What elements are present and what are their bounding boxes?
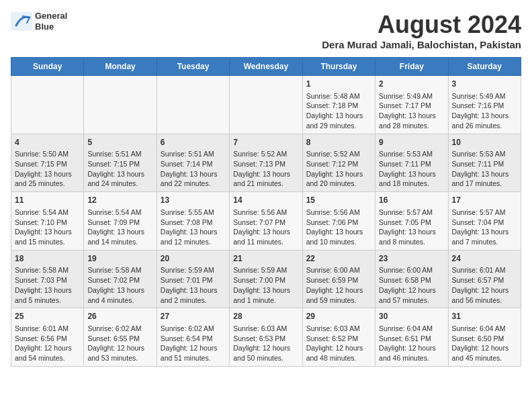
calendar-cell: 8Sunrise: 5:52 AMSunset: 7:12 PMDaylight… <box>302 134 375 192</box>
header-cell-thursday: Thursday <box>302 58 375 76</box>
day-number: 31 <box>452 311 517 322</box>
cell-content: Sunrise: 5:52 AMSunset: 7:13 PMDaylight:… <box>233 149 298 189</box>
calendar-cell: 9Sunrise: 5:53 AMSunset: 7:11 PMDaylight… <box>375 134 448 192</box>
week-row-4: 18Sunrise: 5:58 AMSunset: 7:03 PMDayligh… <box>11 250 521 308</box>
cell-content: Sunrise: 6:04 AMSunset: 6:50 PMDaylight:… <box>452 324 517 363</box>
week-row-1: 1Sunrise: 5:48 AMSunset: 7:18 PMDaylight… <box>11 76 521 134</box>
cell-content: Sunrise: 5:57 AMSunset: 7:04 PMDaylight:… <box>452 208 517 247</box>
cell-content: Sunrise: 5:57 AMSunset: 7:05 PMDaylight:… <box>379 208 444 247</box>
day-number: 26 <box>87 311 152 322</box>
day-number: 28 <box>233 311 298 322</box>
main-title: August 2024 <box>322 11 521 39</box>
cell-content: Sunrise: 5:48 AMSunset: 7:18 PMDaylight:… <box>306 91 371 131</box>
cell-content: Sunrise: 5:51 AMSunset: 7:15 PMDaylight:… <box>87 149 152 189</box>
title-block: August 2024 Dera Murad Jamali, Balochist… <box>322 11 521 50</box>
calendar-cell <box>157 76 229 134</box>
day-number: 3 <box>452 79 517 90</box>
day-number: 10 <box>452 137 517 148</box>
calendar-cell <box>11 76 84 134</box>
week-row-2: 4Sunrise: 5:50 AMSunset: 7:15 PMDaylight… <box>11 134 521 192</box>
day-number: 17 <box>452 195 517 206</box>
header-cell-friday: Friday <box>375 58 448 76</box>
logo: General Blue <box>11 11 67 32</box>
cell-content: Sunrise: 5:55 AMSunset: 7:08 PMDaylight:… <box>161 208 226 247</box>
day-number: 9 <box>379 137 444 148</box>
header-cell-sunday: Sunday <box>11 58 84 76</box>
calendar-cell: 1Sunrise: 5:48 AMSunset: 7:18 PMDaylight… <box>302 76 375 134</box>
cell-content: Sunrise: 5:54 AMSunset: 7:10 PMDaylight:… <box>15 208 80 247</box>
calendar-cell: 19Sunrise: 5:58 AMSunset: 7:02 PMDayligh… <box>84 250 157 308</box>
cell-content: Sunrise: 6:01 AMSunset: 6:57 PMDaylight:… <box>452 265 517 305</box>
calendar-cell: 20Sunrise: 5:59 AMSunset: 7:01 PMDayligh… <box>157 250 229 308</box>
calendar-cell: 23Sunrise: 6:00 AMSunset: 6:58 PMDayligh… <box>375 250 448 308</box>
calendar-cell: 6Sunrise: 5:51 AMSunset: 7:14 PMDaylight… <box>157 134 229 192</box>
calendar-cell: 4Sunrise: 5:50 AMSunset: 7:15 PMDaylight… <box>11 134 84 192</box>
calendar-cell: 16Sunrise: 5:57 AMSunset: 7:05 PMDayligh… <box>375 192 448 250</box>
calendar-cell: 18Sunrise: 5:58 AMSunset: 7:03 PMDayligh… <box>11 250 84 308</box>
cell-content: Sunrise: 5:50 AMSunset: 7:15 PMDaylight:… <box>15 149 80 189</box>
calendar-cell: 26Sunrise: 6:02 AMSunset: 6:55 PMDayligh… <box>84 308 157 367</box>
cell-content: Sunrise: 5:54 AMSunset: 7:09 PMDaylight:… <box>87 208 152 247</box>
day-number: 6 <box>161 137 226 148</box>
subtitle: Dera Murad Jamali, Balochistan, Pakistan <box>322 39 521 50</box>
calendar-table: SundayMondayTuesdayWednesdayThursdayFrid… <box>11 57 521 367</box>
cell-content: Sunrise: 5:49 AMSunset: 7:17 PMDaylight:… <box>379 91 444 131</box>
day-number: 22 <box>306 253 371 265</box>
calendar-cell: 25Sunrise: 6:01 AMSunset: 6:56 PMDayligh… <box>11 308 84 367</box>
day-number: 29 <box>306 311 371 322</box>
calendar-cell: 30Sunrise: 6:04 AMSunset: 6:51 PMDayligh… <box>375 308 448 367</box>
logo-line1: General <box>35 11 67 21</box>
cell-content: Sunrise: 5:59 AMSunset: 7:00 PMDaylight:… <box>233 265 298 305</box>
day-number: 24 <box>452 253 517 265</box>
calendar-cell: 24Sunrise: 6:01 AMSunset: 6:57 PMDayligh… <box>448 250 521 308</box>
cell-content: Sunrise: 6:03 AMSunset: 6:53 PMDaylight:… <box>233 324 298 363</box>
calendar-header: SundayMondayTuesdayWednesdayThursdayFrid… <box>11 58 521 76</box>
calendar-cell: 13Sunrise: 5:55 AMSunset: 7:08 PMDayligh… <box>157 192 229 250</box>
cell-content: Sunrise: 5:58 AMSunset: 7:02 PMDaylight:… <box>87 265 152 305</box>
day-number: 7 <box>233 137 298 148</box>
day-number: 11 <box>15 195 80 206</box>
header-row: SundayMondayTuesdayWednesdayThursdayFrid… <box>11 58 521 76</box>
day-number: 21 <box>233 253 298 265</box>
calendar-cell <box>84 76 157 134</box>
cell-content: Sunrise: 6:04 AMSunset: 6:51 PMDaylight:… <box>379 324 444 363</box>
day-number: 14 <box>233 195 298 206</box>
cell-content: Sunrise: 5:56 AMSunset: 7:07 PMDaylight:… <box>233 208 298 247</box>
cell-content: Sunrise: 6:01 AMSunset: 6:56 PMDaylight:… <box>15 324 80 363</box>
calendar-cell <box>230 76 302 134</box>
cell-content: Sunrise: 5:58 AMSunset: 7:03 PMDaylight:… <box>15 265 80 305</box>
header-cell-wednesday: Wednesday <box>230 58 302 76</box>
cell-content: Sunrise: 5:59 AMSunset: 7:01 PMDaylight:… <box>161 265 226 305</box>
header-cell-tuesday: Tuesday <box>157 58 229 76</box>
cell-content: Sunrise: 5:56 AMSunset: 7:06 PMDaylight:… <box>306 208 371 247</box>
day-number: 23 <box>379 253 444 265</box>
calendar-cell: 7Sunrise: 5:52 AMSunset: 7:13 PMDaylight… <box>230 134 302 192</box>
calendar-cell: 31Sunrise: 6:04 AMSunset: 6:50 PMDayligh… <box>448 308 521 367</box>
calendar-cell: 29Sunrise: 6:03 AMSunset: 6:52 PMDayligh… <box>302 308 375 367</box>
cell-content: Sunrise: 6:00 AMSunset: 6:58 PMDaylight:… <box>379 265 444 305</box>
calendar-cell: 17Sunrise: 5:57 AMSunset: 7:04 PMDayligh… <box>448 192 521 250</box>
cell-content: Sunrise: 5:51 AMSunset: 7:14 PMDaylight:… <box>161 149 226 189</box>
cell-content: Sunrise: 6:00 AMSunset: 6:59 PMDaylight:… <box>306 265 371 305</box>
cell-content: Sunrise: 5:53 AMSunset: 7:11 PMDaylight:… <box>379 149 444 189</box>
cell-content: Sunrise: 6:02 AMSunset: 6:54 PMDaylight:… <box>161 324 226 363</box>
logo-line2: Blue <box>35 21 67 32</box>
day-number: 18 <box>15 253 80 265</box>
day-number: 5 <box>87 137 152 148</box>
day-number: 15 <box>306 195 371 206</box>
day-number: 20 <box>161 253 226 265</box>
logo-icon <box>11 12 32 31</box>
calendar-cell: 10Sunrise: 5:53 AMSunset: 7:11 PMDayligh… <box>448 134 521 192</box>
calendar-cell: 22Sunrise: 6:00 AMSunset: 6:59 PMDayligh… <box>302 250 375 308</box>
calendar-cell: 2Sunrise: 5:49 AMSunset: 7:17 PMDaylight… <box>375 76 448 134</box>
calendar-cell: 14Sunrise: 5:56 AMSunset: 7:07 PMDayligh… <box>230 192 302 250</box>
cell-content: Sunrise: 6:02 AMSunset: 6:55 PMDaylight:… <box>87 324 152 363</box>
week-row-5: 25Sunrise: 6:01 AMSunset: 6:56 PMDayligh… <box>11 308 521 367</box>
calendar-cell: 12Sunrise: 5:54 AMSunset: 7:09 PMDayligh… <box>84 192 157 250</box>
day-number: 1 <box>306 79 371 90</box>
day-number: 8 <box>306 137 371 148</box>
cell-content: Sunrise: 5:49 AMSunset: 7:16 PMDaylight:… <box>452 91 517 131</box>
day-number: 19 <box>87 253 152 265</box>
calendar-cell: 28Sunrise: 6:03 AMSunset: 6:53 PMDayligh… <box>230 308 302 367</box>
calendar-cell: 11Sunrise: 5:54 AMSunset: 7:10 PMDayligh… <box>11 192 84 250</box>
